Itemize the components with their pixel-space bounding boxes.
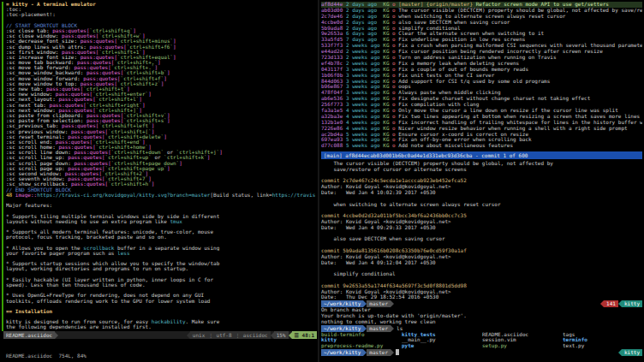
tig-statusbar: [main] af8d44ecab03d001b6bc0ad4e1d331ebc… [321,151,642,159]
commit-row[interactable]: 697ea93 5 weeks ago KG o Fix an off-by-o… [321,137,642,143]
commit-row[interactable]: 478f04f 3 weeks ago KG o Always paste wh… [321,90,642,96]
commit-row[interactable]: ef4b78c 2 weeks ago KG o Fix a memory le… [321,61,642,67]
commit-row[interactable]: 4ccbe0d 2 days ago KG o also save DECTCE… [321,20,642,26]
git-log-line: Date: Wed Jan 4 10:02:39 2017 +0530 [321,190,642,196]
git-log-line: save/restore of cursor or alternate scre… [321,167,642,173]
ls-row: build-terminfokitty_testsREADME.asciidoc… [321,332,642,338]
commit-row[interactable]: 1b06f0b 3 weeks ago KG o Fix unit tests … [321,73,642,79]
git-log-line: commit 9e2653a55a1744f634a5697f3c5d0f880… [321,283,642,289]
file-name: pyte [402,343,482,349]
file-name: text.py [563,343,642,349]
file-name: terminfo [563,337,642,343]
prompt-cwd: ~/work/kitty [321,325,363,332]
file-name: kitty [321,337,402,343]
git-log-line: The cursor visible (DECTCEM) property sh… [321,161,642,167]
powerline-arrow-icon [391,349,394,356]
kitty-terminal-window: = kitty - A terminal emulator:toc::toc-p… [0,0,644,362]
git-log-line: commit 4ccbe0d2d32a011bf5bcc34bf6a2436bb… [321,213,642,219]
statusline-percent: 15% [274,331,289,339]
git-status-line: Your branch is up-to-date with 'origin/m… [321,313,642,319]
commit-row[interactable]: 723d133 2 weeks ago KG o Turn on address… [321,55,642,61]
commit-row[interactable]: 5b9ada8 2 days ago KG o simplify conditi… [321,26,642,32]
editor-line: 48 image::https://travis-ci.org/kovidgoy… [6,193,316,198]
git-log-line [321,196,642,202]
prompt-branch: master [367,325,391,332]
git-log-line [321,173,642,179]
prompt-hostname: kitty [622,300,642,307]
commit-row[interactable]: e44ad2d 2 weeks ago KG o Fix cursor posi… [321,49,642,55]
git-log-line: Author: Kovid Goyal <kovid@kovidgoyal.ne… [321,254,642,260]
file-name: setup.py [482,343,563,349]
git-log-line: commit 2c7de467c24c5ecda1e1acccab923eb45… [321,178,642,184]
statusline-fileinfo: unix ⋮ utf-8 ⋮ asciidoc [190,331,271,339]
git-log-line [321,277,642,283]
commit-row[interactable]: fa3a1e5 4 weeks ago KG o Only move the c… [321,108,642,114]
git-log-line [321,231,642,237]
powerline-arrow-icon [391,325,394,332]
commit-row[interactable]: 256f773 3 weeks ago KG o Fix compilation… [321,102,642,108]
terminal-cursor [396,349,399,355]
file-name: preprocess-readme.py [321,343,402,349]
git-log-line: Date: Thu Dec 29 18:52:54 2016 +0530 [321,294,642,300]
file-name: README.asciidoc [482,332,563,338]
shell-prompt-current[interactable]: ~/work/kitty master kitty [321,349,642,356]
commit-row[interactable]: 7226e86 4 weeks ago KG o Nicer window re… [321,126,642,132]
git-log-line: also save DECTCEM when saving cursor [321,236,642,242]
commit-row[interactable]: d77c088 5 weeks ago KG o Add note about … [321,143,642,149]
file-name: session.vim [482,337,563,343]
ls-row: kitty__main__.pysession.vimterminfo [321,337,642,343]
prompt-cwd: ~/work/kitty [321,349,363,356]
git-log-line: when switching to alternate screen alway… [321,202,642,208]
powerline-arrow-icon [55,332,58,339]
active-window-border [2,2,3,331]
shell-prompt: ~/work/kitty master ls [321,325,642,332]
commit-row[interactable]: 043117f 3 weeks ago KG o Fix a couple of… [321,67,642,73]
git-log-line [321,207,642,213]
prompt-exit-code: 141 [604,300,618,307]
git-log-line: Date: Wed Jan 4 09:12:04 2017 +0530 [321,260,642,266]
powerline-arrow-icon [391,300,394,307]
vim-statusline: README.asciidoc unix ⋮ utf-8 ⋮ asciidoc … [3,331,317,339]
commit-row[interactable]: 533f7f3 2 weeks ago KG o Fix a crash whe… [321,43,642,49]
commit-row[interactable]: ac2bd4a 5 weeks ago KG o Ensure cursor x… [321,132,642,138]
ls-row: preprocess-readme.pypytesetup.pytext.py [321,343,642,349]
git-log-output: The cursor visible (DECTCEM) property sh… [321,161,642,300]
commit-row[interactable]: a32ba3e 4 weeks ago KG o Fix two lines a… [321,114,642,120]
ls-output: build-terminfokitty_testsREADME.asciidoc… [321,332,642,349]
vim-cmdline: README.asciidoc 754L, 84% [6,353,86,359]
file-name: kitty_tests [402,332,482,338]
file-name: build-terminfo [321,332,402,338]
commit-row[interactable]: 2c7de46 2 days ago KG o when switching t… [321,14,642,20]
prompt-branch: master [367,300,391,307]
tig-window[interactable]: af8d44e 2 days ago KG o [master] {origin… [321,2,642,151]
commit-row[interactable]: 33a5fd5 7 days ago KG o Fix underline po… [321,37,642,43]
git-log-line: Author: Kovid Goyal <kovid@kovidgoyal.ne… [321,184,642,190]
commit-row[interactable]: b96e867 3 weeks ago KG o oops [321,84,642,90]
commit-row[interactable]: ab03d00 2 days ago KG o The cursor visib… [321,8,642,14]
shell-prompt: ~/work/kitty master 141 kitty [321,300,642,307]
window-separator [318,0,319,362]
file-name: tags [563,332,642,338]
git-status-line: nothing to commit, working tree clean [321,319,642,325]
git-status-output: On branch masterYour branch is up-to-dat… [321,307,642,324]
shell-window[interactable]: The cursor visible (DECTCEM) property sh… [321,161,642,360]
commit-row[interactable]: 9e2653a 6 days ago KG o Clear the altern… [321,31,642,37]
git-status-line: On branch master [321,307,642,313]
file-name: __main__.py [402,337,482,343]
git-log-line: simplify conditional [321,271,642,277]
vim-window[interactable]: = kitty - A terminal emulator:toc::toc-p… [2,2,317,360]
commit-row[interactable]: ab6e536 3 weeks ago KG o Fix designate c… [321,96,642,102]
commit-row[interactable]: af8d44e 2 days ago KG o [master] {origin… [321,2,642,8]
prompt-cwd: ~/work/kitty [321,300,363,307]
typed-command: ls [397,325,402,331]
commit-row[interactable]: 132b1e0 4 weeks ago KG o Fix incorrect h… [321,120,642,126]
prompt-branch: master [367,349,391,356]
git-log-line: Author: Kovid Goyal <kovid@kovidgoyal.ne… [321,289,642,295]
commit-row[interactable]: 844d063 3 weeks ago KG o Add support for… [321,79,642,85]
statusline-filename: README.asciidoc [3,331,55,339]
git-log-line [321,242,642,248]
git-log-line: Date: Wed Jan 4 09:29:33 2017 +0530 [321,225,642,231]
editor-buffer[interactable]: = kitty - A terminal emulator:toc::toc-p… [6,2,316,331]
git-log-line: commit 5b9ada8135616b0208c63350b76e0cd59… [321,248,642,254]
git-log-line: Author: Kovid Goyal <kovid@kovidgoyal.ne… [321,219,642,225]
